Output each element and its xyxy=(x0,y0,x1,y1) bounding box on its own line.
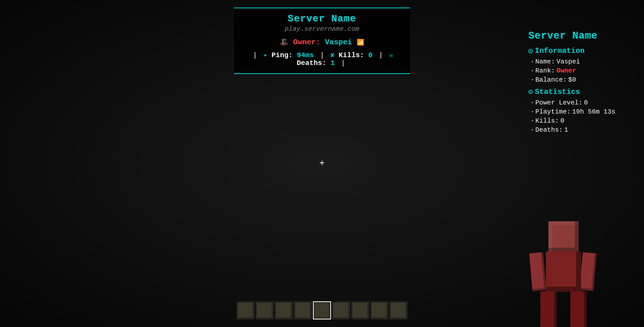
statistics-icon: ⚙ xyxy=(528,87,533,96)
hotbar-slot-8[interactable] xyxy=(370,301,388,319)
playtime-value: 19h 56m 13s xyxy=(572,108,615,116)
figure-leg-right xyxy=(570,291,587,327)
hotbar-slot-7-inner xyxy=(352,302,369,319)
owner-label: Owner: xyxy=(293,38,320,47)
separator-1: | xyxy=(253,51,257,59)
hotbar xyxy=(236,301,408,319)
deaths-icon: ☠ xyxy=(389,52,393,59)
player-balance-value: $0 xyxy=(568,76,576,84)
stats-line: | ✦ Ping: 94ms | ✘ Kills: 0 | ☠ Deaths: … xyxy=(242,51,403,67)
stats-kills-label: Kills: xyxy=(535,117,559,125)
hotbar-slot-9[interactable] xyxy=(389,301,408,319)
minecraft-player-figure xyxy=(528,221,599,327)
player-balance-item: Balance: $0 xyxy=(528,76,624,84)
stats-kills-item: Kills: 0 xyxy=(528,117,624,125)
player-info-panel: Server Name ◎ Information Name: Vaspei R… xyxy=(528,30,624,135)
server-address: play.servername.com xyxy=(242,25,403,33)
power-level-value: 0 xyxy=(584,99,588,106)
ping-value: 94ms xyxy=(297,51,314,59)
crosshair: + xyxy=(319,159,325,168)
player-rank-value: Owner xyxy=(556,67,576,75)
hotbar-slot-6[interactable] xyxy=(332,301,350,319)
kills-value: 0 xyxy=(368,51,373,59)
separator-3: | xyxy=(379,51,383,59)
hotbar-slot-6-inner xyxy=(333,302,349,319)
power-level-label: Power Level: xyxy=(535,99,582,106)
player-balance-label: Balance: xyxy=(535,76,567,84)
statistics-header: ⚙ Statistics xyxy=(528,87,624,96)
panel-content: Server Name play.servername.com 🎩 Owner:… xyxy=(234,8,410,73)
hotbar-slot-7[interactable] xyxy=(351,301,369,319)
signal-icon: 📶 xyxy=(357,39,364,46)
figure-arm-right xyxy=(580,252,597,291)
player-name-item: Name: Vaspei xyxy=(528,58,624,65)
figure-body xyxy=(546,251,581,292)
hotbar-slot-3[interactable] xyxy=(275,301,293,319)
information-header: ◎ Information xyxy=(528,46,624,55)
hotbar-slot-5-active[interactable] xyxy=(313,301,331,319)
owner-name: Vaspei xyxy=(325,38,352,47)
kills-icon: ✘ xyxy=(331,52,335,59)
hotbar-slot-3-inner xyxy=(275,302,292,319)
stats-deaths-label: Deaths: xyxy=(535,126,563,134)
owner-icon: 🎩 xyxy=(280,39,289,46)
statistics-section: ⚙ Statistics Power Level: 0 Playtime: 19… xyxy=(528,87,624,134)
ping-icon: ✦ xyxy=(263,52,267,59)
hotbar-slot-5-inner xyxy=(314,302,330,319)
deaths-value: 1 xyxy=(331,59,335,67)
stats-deaths-item: Deaths: 1 xyxy=(528,126,624,134)
separator-4: | xyxy=(341,59,345,67)
deaths-label: Deaths: xyxy=(297,59,327,67)
stats-deaths-value: 1 xyxy=(564,126,568,134)
information-icon: ◎ xyxy=(528,46,533,55)
figure-leg-left xyxy=(540,291,557,327)
hotbar-slot-1-inner xyxy=(237,302,254,319)
player-rank-item: Rank: Owner xyxy=(528,67,624,75)
kills-label: Kills: xyxy=(339,51,364,59)
information-header-text: Information xyxy=(535,47,585,55)
information-section: Name: Vaspei Rank: Owner Balance: $0 xyxy=(528,58,624,84)
hotbar-slot-4-inner xyxy=(295,302,311,319)
figure-arm-left xyxy=(529,252,546,291)
server-title: Server Name xyxy=(242,13,403,24)
hotbar-slot-2[interactable] xyxy=(256,301,274,319)
owner-line: 🎩 Owner: Vaspei 📶 xyxy=(242,38,403,47)
power-level-item: Power Level: 0 xyxy=(528,99,624,106)
player-name-label: Name: xyxy=(535,58,555,65)
separator-2: | xyxy=(320,51,324,59)
hotbar-slot-2-inner xyxy=(256,302,273,319)
scoreboard-panel: Server Name play.servername.com 🎩 Owner:… xyxy=(234,8,410,74)
ping-label: Ping: xyxy=(271,51,293,59)
stats-kills-value: 0 xyxy=(560,117,565,125)
hotbar-slot-1[interactable] xyxy=(236,301,255,319)
playtime-label: Playtime: xyxy=(535,108,571,116)
playtime-item: Playtime: 19h 56m 13s xyxy=(528,108,624,116)
figure-head xyxy=(548,221,579,251)
hotbar-slot-8-inner xyxy=(371,302,388,319)
hotbar-slot-9-inner xyxy=(390,302,407,319)
panel-server-name: Server Name xyxy=(528,30,624,42)
player-name-value: Vaspei xyxy=(556,58,580,65)
player-rank-label: Rank: xyxy=(535,67,555,75)
hotbar-slot-4[interactable] xyxy=(294,301,312,319)
statistics-header-text: Statistics xyxy=(535,88,580,96)
panel-bottom-line xyxy=(234,73,410,74)
